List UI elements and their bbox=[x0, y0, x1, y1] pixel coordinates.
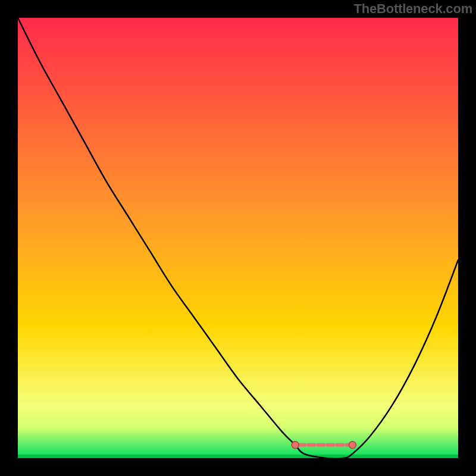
marker-dot bbox=[292, 441, 299, 449]
plot-background bbox=[18, 18, 458, 458]
credit-text: TheBottleneck.com bbox=[353, 1, 472, 17]
baseline-band bbox=[18, 455, 458, 458]
marker-dot bbox=[349, 441, 356, 449]
chart-svg bbox=[0, 0, 476, 476]
chart-container: TheBottleneck.com bbox=[0, 0, 476, 476]
